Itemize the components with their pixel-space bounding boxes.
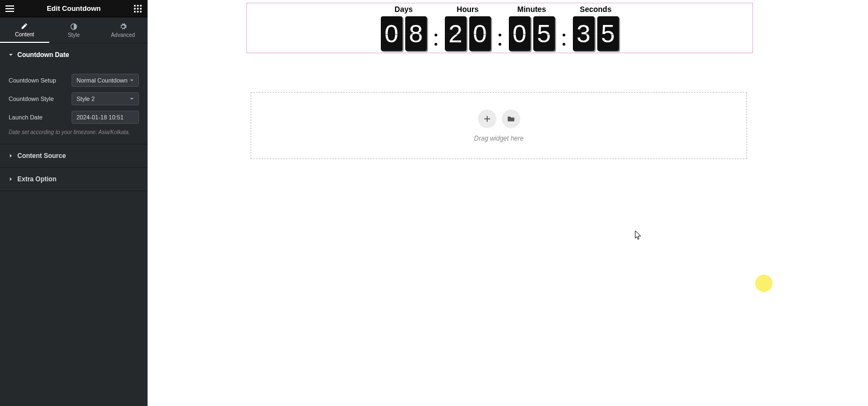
editor-sidebar: Edit Countdown Content Style Advanced Co… bbox=[0, 0, 148, 406]
countdown-separator bbox=[499, 34, 501, 51]
section-extra-option: Extra Option bbox=[0, 168, 148, 191]
label-seconds: Seconds bbox=[580, 5, 611, 14]
tab-advanced-label: Advanced bbox=[111, 32, 135, 38]
digit-minutes-1: 5 bbox=[533, 16, 555, 51]
drop-zone-label: Drag widget here bbox=[474, 135, 524, 142]
section-toggle-countdown-date[interactable]: Countdown Date bbox=[0, 43, 148, 66]
mouse-cursor-icon bbox=[635, 230, 642, 240]
label-countdown-setup: Countdown Setup bbox=[9, 77, 56, 84]
tab-style-label: Style bbox=[68, 32, 80, 38]
sidebar-header: Edit Countdown bbox=[0, 0, 148, 17]
svg-rect-14 bbox=[484, 118, 490, 119]
plus-icon bbox=[483, 115, 491, 123]
digit-minutes-0: 0 bbox=[509, 16, 531, 51]
editor-tabs: Content Style Advanced bbox=[0, 17, 148, 43]
widgets-panel-icon[interactable] bbox=[133, 4, 142, 13]
contrast-icon bbox=[70, 23, 78, 30]
widget-drop-zone[interactable]: Drag widget here bbox=[251, 92, 747, 159]
label-days: Days bbox=[394, 5, 412, 14]
label-hours: Hours bbox=[457, 5, 478, 14]
countdown-separator bbox=[435, 34, 437, 51]
section-title: Countdown Date bbox=[17, 51, 69, 59]
countdown-separator bbox=[563, 34, 565, 51]
hamburger-menu-icon[interactable] bbox=[5, 4, 14, 13]
svg-rect-7 bbox=[137, 8, 138, 9]
section-countdown-date: Countdown Date Countdown Setup Normal Co… bbox=[0, 43, 148, 144]
control-countdown-setup: Countdown Setup Normal Countdown bbox=[9, 74, 139, 87]
svg-rect-2 bbox=[5, 11, 14, 12]
input-launch-date-field[interactable] bbox=[76, 114, 134, 120]
digit-seconds-0: 3 bbox=[573, 16, 595, 51]
countdown-group-days: Days 0 8 bbox=[381, 5, 427, 51]
tab-advanced[interactable]: Advanced bbox=[98, 17, 148, 43]
select-countdown-setup[interactable]: Normal Countdown bbox=[72, 74, 139, 87]
highlight-marker bbox=[755, 275, 773, 292]
control-countdown-style: Countdown Style Style 2 bbox=[9, 92, 139, 105]
countdown-group-seconds: Seconds 3 5 bbox=[573, 5, 619, 51]
svg-rect-3 bbox=[134, 5, 136, 7]
countdown-group-minutes: Minutes 0 5 bbox=[509, 5, 555, 51]
tab-content-label: Content bbox=[15, 31, 34, 37]
countdown-group-hours: Hours 2 0 bbox=[445, 5, 491, 51]
svg-rect-11 bbox=[140, 11, 142, 12]
control-launch-date: Launch Date bbox=[9, 111, 139, 124]
countdown-widget[interactable]: Days 0 8 Hours 2 0 Minutes 0 5 bbox=[246, 3, 753, 53]
drop-zone-actions bbox=[478, 110, 520, 128]
svg-rect-6 bbox=[134, 8, 136, 9]
section-toggle-extra-option[interactable]: Extra Option bbox=[0, 168, 148, 191]
tab-style[interactable]: Style bbox=[49, 17, 99, 43]
timezone-note: Date set according to your timezone: Asi… bbox=[9, 129, 139, 135]
gear-icon bbox=[119, 23, 127, 30]
digit-hours-0: 2 bbox=[445, 16, 467, 51]
caret-right-icon bbox=[9, 154, 13, 158]
countdown-inner: Days 0 8 Hours 2 0 Minutes 0 5 bbox=[381, 5, 619, 51]
select-countdown-setup-value: Normal Countdown bbox=[76, 77, 127, 84]
svg-rect-9 bbox=[134, 11, 136, 12]
select-countdown-style-value: Style 2 bbox=[76, 96, 95, 102]
svg-rect-10 bbox=[137, 11, 138, 12]
folder-icon bbox=[507, 115, 515, 123]
digits-minutes: 0 5 bbox=[509, 16, 555, 51]
input-launch-date[interactable] bbox=[72, 111, 139, 124]
preview-canvas[interactable]: Days 0 8 Hours 2 0 Minutes 0 5 bbox=[148, 0, 868, 406]
section-body-countdown-date: Countdown Setup Normal Countdown Countdo… bbox=[0, 66, 148, 144]
select-countdown-style[interactable]: Style 2 bbox=[72, 92, 139, 105]
svg-rect-5 bbox=[140, 5, 142, 7]
svg-rect-0 bbox=[5, 5, 14, 7]
tab-content[interactable]: Content bbox=[0, 17, 49, 43]
label-minutes: Minutes bbox=[518, 5, 546, 14]
digit-seconds-1: 5 bbox=[597, 16, 619, 51]
section-title: Content Source bbox=[17, 152, 66, 160]
chevron-down-icon bbox=[130, 97, 134, 101]
digit-hours-1: 0 bbox=[469, 16, 491, 51]
caret-down-icon bbox=[9, 53, 13, 57]
section-toggle-content-source[interactable]: Content Source bbox=[0, 144, 148, 167]
svg-rect-1 bbox=[5, 8, 14, 9]
svg-rect-4 bbox=[137, 5, 138, 7]
svg-rect-8 bbox=[140, 8, 142, 9]
digits-days: 0 8 bbox=[381, 16, 427, 51]
add-template-button[interactable] bbox=[502, 110, 520, 128]
chevron-down-icon bbox=[130, 78, 134, 83]
label-countdown-style: Countdown Style bbox=[9, 96, 54, 102]
label-launch-date: Launch Date bbox=[9, 114, 42, 120]
digit-days-1: 8 bbox=[405, 16, 427, 51]
sidebar-title: Edit Countdown bbox=[47, 4, 101, 12]
caret-right-icon bbox=[9, 177, 13, 181]
section-title: Extra Option bbox=[17, 175, 56, 183]
pencil-icon bbox=[21, 22, 28, 30]
section-content-source: Content Source bbox=[0, 144, 148, 168]
digit-days-0: 0 bbox=[381, 16, 403, 51]
digits-seconds: 3 5 bbox=[573, 16, 619, 51]
add-widget-button[interactable] bbox=[478, 110, 496, 128]
digits-hours: 2 0 bbox=[445, 16, 491, 51]
